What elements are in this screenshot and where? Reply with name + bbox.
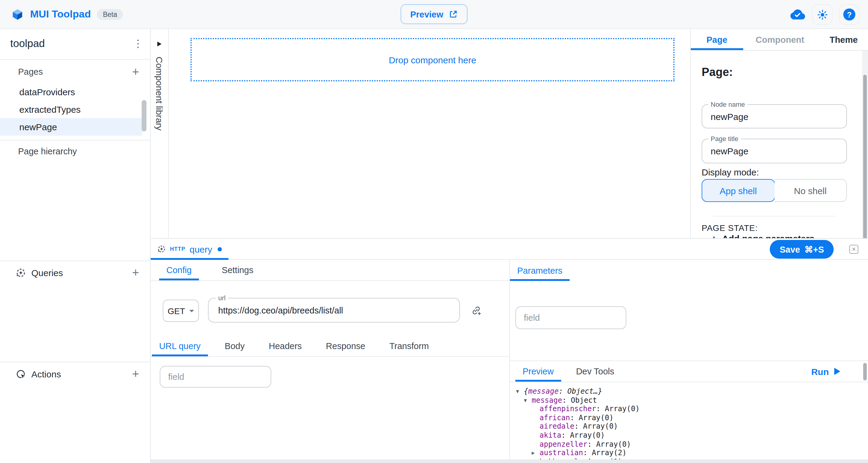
save-button-label: Save xyxy=(780,244,800,254)
http-method-select[interactable]: GET xyxy=(163,300,199,322)
tab-headers[interactable]: Headers xyxy=(261,336,309,356)
project-name: toolpad xyxy=(10,37,45,50)
component-library-expand-button[interactable] xyxy=(155,39,164,49)
expand-arrow-icon[interactable]: ▼ xyxy=(516,387,524,396)
divider xyxy=(0,260,150,261)
chevron-right-icon xyxy=(157,41,161,47)
component-library-panel: Component library xyxy=(151,29,169,238)
add-binding-button[interactable] xyxy=(469,303,484,317)
actions-section-header: Actions + xyxy=(0,365,143,383)
tab-transform[interactable]: Transform xyxy=(382,336,436,356)
url-query-input[interactable] xyxy=(160,367,271,387)
save-shortcut: ⌘+S xyxy=(804,244,824,254)
tab-url-query[interactable]: URL query xyxy=(152,336,208,356)
parameters-tabs: Parameters xyxy=(510,260,868,281)
add-page-parameters-label: Add page parameters xyxy=(722,233,815,238)
run-button[interactable]: Run xyxy=(811,361,840,381)
project-menu-button[interactable]: ⋮ xyxy=(131,37,145,51)
expand-arrow-icon[interactable]: ▼ xyxy=(524,396,532,404)
external-link-icon xyxy=(449,10,458,19)
query-result-pane: Parameters Preview Dev Tools Run ▼{messa… xyxy=(510,260,868,463)
add-page-parameters-button[interactable]: + Add page parameters xyxy=(711,233,814,238)
expand-arrow-icon xyxy=(532,422,539,431)
app-title: MUI Toolpad xyxy=(30,8,91,21)
tab-preview[interactable]: Preview xyxy=(516,361,561,381)
json-tree-row[interactable]: ▼{message: Object…} xyxy=(516,387,860,396)
help-icon: ? xyxy=(843,8,855,21)
app-root: MUI Toolpad Beta Preview ? xyxy=(0,0,868,463)
json-tree-row[interactable]: african: Array(0) xyxy=(516,413,860,422)
pages-list: dataProviders extractedTypes newPage xyxy=(0,83,142,136)
play-icon xyxy=(834,368,840,375)
cloud-done-icon xyxy=(789,8,805,21)
action-cursor-icon xyxy=(16,369,26,379)
add-action-button[interactable]: + xyxy=(128,367,143,381)
kebab-icon: ⋮ xyxy=(133,38,143,50)
chevron-down-icon xyxy=(189,310,194,312)
beta-badge: Beta xyxy=(97,9,123,20)
url-field: url xyxy=(208,298,460,322)
json-tree-row[interactable]: airedale: Array(0) xyxy=(516,422,860,431)
inspector-tabs: Page Component Theme xyxy=(691,29,868,51)
display-mode-app-shell[interactable]: App shell xyxy=(702,179,775,202)
queries-label: Queries xyxy=(31,267,128,278)
json-tree-row[interactable]: affenpinscher: Array(0) xyxy=(516,404,860,413)
tab-component[interactable]: Component xyxy=(743,29,817,50)
inspector-scrollbar-thumb[interactable] xyxy=(863,75,867,238)
add-icon: + xyxy=(711,233,717,238)
json-tree-row[interactable]: ▼message: Object xyxy=(516,396,860,404)
inspector-panel: Page Component Theme Page: Node name Pag… xyxy=(690,29,868,238)
http-method-value: GET xyxy=(167,306,185,316)
url-input[interactable] xyxy=(209,299,459,322)
tab-settings[interactable]: Settings xyxy=(215,260,261,280)
theme-toggle-button[interactable] xyxy=(812,4,832,25)
page-item-newpage[interactable]: newPage xyxy=(0,118,142,136)
drop-zone-text: Drop component here xyxy=(389,55,476,65)
horizontal-scrollbar-track[interactable] xyxy=(151,459,868,463)
tab-config[interactable]: Config xyxy=(159,260,199,280)
tab-parameters[interactable]: Parameters xyxy=(510,260,569,281)
explorer-sidebar: toolpad ⋮ Pages + dataProviders extracte… xyxy=(0,29,151,463)
link-icon xyxy=(471,305,482,316)
page-item-dataproviders[interactable]: dataProviders xyxy=(0,83,142,101)
tab-dev-tools[interactable]: Dev Tools xyxy=(569,361,621,381)
pages-scrollbar-thumb[interactable] xyxy=(142,100,147,131)
display-mode-no-shell[interactable]: No shell xyxy=(774,179,847,202)
tab-response[interactable]: Response xyxy=(318,336,373,356)
preview-button[interactable]: Preview xyxy=(401,4,467,24)
add-query-button[interactable]: + xyxy=(128,265,143,280)
divider xyxy=(0,362,150,362)
expand-arrow-icon xyxy=(532,404,539,413)
parameter-input[interactable] xyxy=(516,307,626,329)
request-tabs: URL query Body Headers Response Transfor… xyxy=(151,336,509,357)
save-button[interactable]: Save ⌘+S xyxy=(770,240,834,259)
tab-body[interactable]: Body xyxy=(218,336,252,356)
node-name-label: Node name xyxy=(708,101,747,109)
page-canvas: Drop component here xyxy=(169,29,690,238)
query-panel-header: HTTP query Save ⌘+S × xyxy=(151,239,868,260)
expand-arrow-icon xyxy=(532,440,539,449)
plus-icon: + xyxy=(132,65,139,79)
close-icon: × xyxy=(852,246,856,253)
json-tree-row[interactable]: akita: Array(0) xyxy=(516,431,860,440)
preview-button-label: Preview xyxy=(410,9,443,19)
brand: MUI Toolpad Beta xyxy=(11,0,123,29)
query-protocol-badge: HTTP xyxy=(170,246,185,252)
query-editor-panel: HTTP query Save ⌘+S × Config Settings GE… xyxy=(151,238,868,463)
json-tree-row[interactable]: ▶australian: Array(2) xyxy=(516,449,860,457)
expand-arrow-icon[interactable]: ▶ xyxy=(532,449,539,457)
query-tab[interactable]: HTTP query xyxy=(151,239,228,259)
close-panel-button[interactable]: × xyxy=(849,245,858,254)
inspector-scrollbar[interactable] xyxy=(862,51,868,238)
plus-icon: + xyxy=(132,367,139,380)
help-button[interactable]: ? xyxy=(839,4,860,25)
drop-zone[interactable]: Drop component here xyxy=(190,38,675,82)
add-page-button[interactable]: + xyxy=(128,64,143,79)
json-tree-row[interactable]: appenzeller: Array(0) xyxy=(516,440,860,449)
unsaved-changes-dot xyxy=(218,247,222,251)
tab-page[interactable]: Page xyxy=(691,29,743,50)
tab-theme[interactable]: Theme xyxy=(817,29,868,50)
inspector-heading: Page: xyxy=(702,66,733,79)
result-scrollbar-thumb[interactable] xyxy=(863,363,867,380)
page-item-extractedtypes[interactable]: extractedTypes xyxy=(0,101,142,118)
